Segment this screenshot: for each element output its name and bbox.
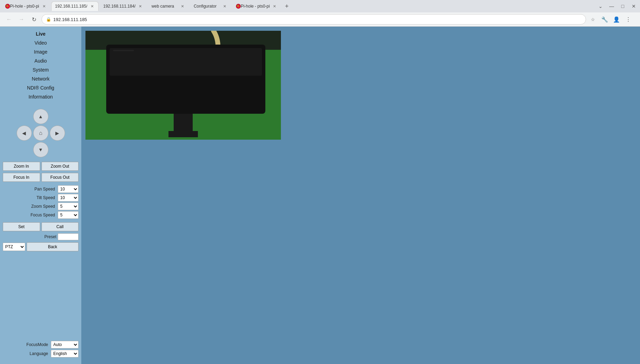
ptz-row-down: ▼ [33, 142, 48, 157]
tilt-speed-select[interactable]: 10 [58, 194, 79, 202]
sidebar-item-image[interactable]: Image [0, 47, 81, 56]
ptz-right-button[interactable]: ▶ [50, 125, 65, 141]
focus-speed-select[interactable]: 5 [58, 211, 79, 219]
svg-rect-3 [110, 48, 262, 76]
security-lock-icon: 🔒 [46, 17, 51, 22]
zoom-speed-select[interactable]: 5 [58, 203, 79, 210]
speed-controls: Pan Speed 10 Tilt Speed 10 Zoom Speed 5 … [3, 184, 79, 220]
menu-btn[interactable]: ⋮ [623, 15, 633, 24]
zoom-speed-row: Zoom Speed 5 [3, 203, 79, 210]
set-call-row: Set Call [3, 222, 79, 231]
ptz-row-up: ▲ [33, 109, 48, 124]
tab-title-5: Configurator [194, 4, 220, 9]
rpi-favicon-1: 🍓 [5, 4, 10, 9]
zoom-button-row: Zoom In Zoom Out [3, 162, 79, 171]
ptz-controls: ▲ ◀ ⌂ ▶ ▼ [17, 109, 65, 157]
sidebar-item-network[interactable]: Network [0, 74, 81, 83]
minimize-btn[interactable]: — [607, 1, 616, 11]
sidebar: Live Video Image Audio System Network ND… [0, 27, 81, 364]
back-button[interactable]: Back [27, 242, 79, 251]
svg-rect-7 [198, 121, 281, 140]
pan-speed-label: Pan Speed [3, 187, 56, 192]
tab-bar-right-controls: ⌄ — □ ✕ [596, 1, 639, 11]
ptz-mode-select[interactable]: PTZ OSD Lens [3, 243, 25, 251]
sidebar-item-system[interactable]: System [0, 65, 81, 74]
tab-close-1[interactable]: ✕ [41, 3, 47, 9]
camera-feed [85, 31, 281, 140]
tab-close-2[interactable]: ✕ [89, 3, 95, 9]
url-text: 192.168.111.185 [53, 17, 582, 22]
new-tab-button[interactable]: + [282, 1, 292, 11]
svg-rect-8 [113, 50, 134, 51]
tab-bar: 🍓 Pi-hole - pts0-pi ✕ 192.168.111.185/ ✕… [0, 0, 640, 12]
tab-close-4[interactable]: ✕ [180, 3, 185, 9]
sidebar-item-information[interactable]: Information [0, 92, 81, 101]
close-window-btn[interactable]: ✕ [629, 1, 639, 11]
camera-image-svg [85, 31, 281, 140]
language-row: Language English Chinese Japanese [3, 350, 79, 357]
sidebar-item-ndi-config[interactable]: NDI® Config [0, 83, 81, 92]
profile-btn[interactable]: 👤 [612, 15, 621, 24]
extensions-btn[interactable]: 🔧 [600, 15, 610, 24]
bookmark-star-icon[interactable]: ☆ [589, 15, 597, 24]
tab-184[interactable]: 192.168.111.184/ ✕ [99, 1, 147, 11]
focus-mode-label: FocusMode [3, 342, 49, 347]
ptz-home-button[interactable]: ⌂ [33, 125, 48, 141]
focus-mode-select[interactable]: Auto Manual OnePush [51, 341, 79, 348]
language-label: Language [3, 351, 49, 356]
tab-configurator[interactable]: Configurator ✕ [190, 1, 231, 11]
tab-close-3[interactable]: ✕ [138, 3, 143, 9]
tab-title-4: web camera [152, 4, 178, 9]
tab-185[interactable]: 192.168.111.185/ ✕ [51, 1, 99, 11]
call-button[interactable]: Call [42, 222, 79, 231]
set-button[interactable]: Set [3, 222, 40, 231]
sidebar-bottom-settings: FocusMode Auto Manual OnePush Language E… [3, 339, 79, 362]
tab-close-5[interactable]: ✕ [222, 3, 228, 9]
tab-title-2: 192.168.111.185/ [55, 4, 87, 9]
sidebar-item-live[interactable]: Live [0, 29, 81, 38]
language-select[interactable]: English Chinese Japanese [51, 350, 79, 357]
focus-out-button[interactable]: Focus Out [42, 173, 79, 182]
tilt-speed-row: Tilt Speed 10 [3, 194, 79, 202]
tab-webcamera[interactable]: web camera ✕ [148, 1, 189, 11]
address-bar: ← → ↻ 🔒 192.168.111.185 ☆ 🔧 👤 ⋮ [0, 12, 640, 26]
preset-row: Preset [3, 233, 79, 240]
ptz-row-middle: ◀ ⌂ ▶ [17, 125, 65, 141]
tab-pihole-2[interactable]: 🍓 Pi-hole - pts0-pi ✕ [232, 1, 281, 11]
preset-label: Preset [3, 234, 56, 239]
svg-rect-5 [168, 131, 198, 137]
url-bar-right-actions: ☆ [589, 15, 597, 24]
pan-speed-row: Pan Speed 10 [3, 185, 79, 193]
zoom-out-button[interactable]: Zoom Out [42, 162, 79, 171]
sidebar-navigation: Live Video Image Audio System Network ND… [0, 29, 81, 101]
sidebar-item-audio[interactable]: Audio [0, 56, 81, 65]
tab-dropdown-btn[interactable]: ⌄ [596, 1, 605, 11]
sidebar-item-video[interactable]: Video [0, 38, 81, 47]
ptz-up-button[interactable]: ▲ [33, 109, 48, 124]
page-content: Live Video Image Audio System Network ND… [0, 27, 640, 364]
tab-title-1: Pi-hole - pts0-pi [10, 4, 39, 9]
zoom-in-button[interactable]: Zoom In [3, 162, 40, 171]
svg-rect-6 [85, 121, 168, 140]
browser-chrome: 🍓 Pi-hole - pts0-pi ✕ 192.168.111.185/ ✕… [0, 0, 640, 27]
ptz-left-button[interactable]: ◀ [17, 125, 32, 141]
forward-nav-btn[interactable]: → [17, 15, 26, 24]
url-bar[interactable]: 🔒 192.168.111.185 [42, 14, 586, 25]
ptz-back-row: PTZ OSD Lens Back [3, 242, 79, 251]
chrome-right-controls: 🔧 👤 ⋮ [600, 15, 636, 24]
focus-mode-row: FocusMode Auto Manual OnePush [3, 341, 79, 348]
focus-button-row: Focus In Focus Out [3, 173, 79, 182]
tilt-speed-label: Tilt Speed [3, 195, 56, 200]
tab-title-3: 192.168.111.184/ [103, 4, 135, 9]
reload-btn[interactable]: ↻ [29, 15, 39, 24]
ptz-down-button[interactable]: ▼ [33, 142, 48, 157]
back-nav-btn[interactable]: ← [4, 15, 14, 24]
tab-pihole-1[interactable]: 🍓 Pi-hole - pts0-pi ✕ [1, 1, 51, 11]
pan-speed-select[interactable]: 10 [58, 185, 79, 193]
main-content [81, 27, 640, 364]
tab-close-6[interactable]: ✕ [272, 3, 277, 9]
focus-in-button[interactable]: Focus In [3, 173, 40, 182]
preset-input[interactable] [58, 233, 79, 240]
maximize-btn[interactable]: □ [618, 1, 628, 11]
tab-title-6: Pi-hole - pts0-pi [241, 4, 270, 9]
